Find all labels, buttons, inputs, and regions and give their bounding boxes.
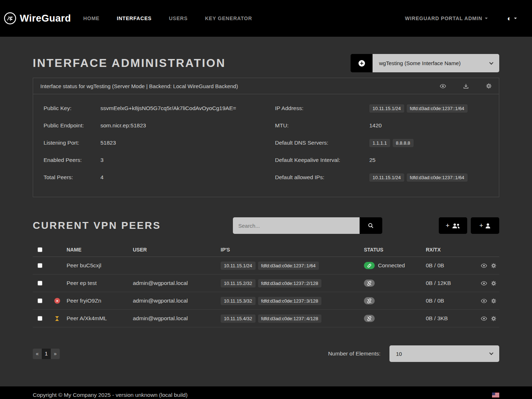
wireguard-logo-icon (4, 12, 17, 25)
nav-item-home[interactable]: HOME (83, 15, 99, 21)
navbar-right: WIREGUARD PORTAL ADMIN ◐ (405, 14, 517, 23)
pagination-next-button[interactable]: » (51, 349, 60, 359)
nav-item-key-generator[interactable]: KEY GENERATOR (205, 15, 252, 21)
connected-link-icon (364, 262, 375, 269)
view-peer-button[interactable] (481, 263, 487, 268)
pagination: « 1 » (33, 349, 60, 359)
peer-ips: 10.11.15.2/32 fdfd:d3ad:c0de:1237::2/128 (221, 279, 364, 287)
nav-item-interfaces[interactable]: INTERFACES (117, 15, 152, 21)
peer-flag-cell: × (50, 298, 67, 304)
search-button[interactable] (360, 217, 382, 234)
nav-item-users[interactable]: USERS (169, 15, 188, 21)
peer-rxtx: 0B / 0B (426, 298, 472, 304)
eye-icon (481, 316, 487, 321)
peer-expiring-hourglass-icon (54, 316, 60, 321)
peer-status: Connected (364, 262, 426, 269)
edit-peer-button[interactable] (491, 298, 496, 304)
peer-name: Peer ep test (67, 280, 133, 286)
ip-badge: 10.11.15.3/32 (221, 297, 256, 305)
theme-toggle-dropdown[interactable]: ◐ (507, 14, 517, 23)
peer-rxtx: 0B / 12KB (426, 280, 472, 286)
gear-icon (491, 298, 496, 304)
peer-actions (472, 263, 499, 268)
interface-select[interactable]: wgTesting (Some Interface Name) (373, 54, 499, 72)
theme-contrast-icon: ◐ (507, 14, 511, 23)
field-value: 1.1.1.1 8.8.8.8 (369, 139, 414, 147)
interface-details-left: Public Key: ssvmEelxG+k8jsNO5G7cq5r/Ak7l… (44, 100, 275, 186)
peer-user: admin@wgportal.local (133, 298, 221, 304)
column-header-user: USER (133, 247, 221, 253)
field-value: 51823 (100, 140, 116, 146)
add-peer-button[interactable]: + (471, 217, 499, 234)
peers-table: NAME USER IP'S STATUS RX/TX Peer buC5cxj… (33, 242, 499, 327)
download-icon (463, 83, 469, 89)
disconnected-unlink-icon (364, 297, 375, 304)
field-value: 10.11.15.1/24 fdfd:d3ad:c0de:1237::1/64 (369, 104, 468, 113)
header-checkbox-cell (33, 247, 50, 252)
row-checkbox[interactable] (37, 263, 42, 268)
field-label: MTU: (275, 122, 369, 129)
interface-select-value: wgTesting (Some Interface Name) (379, 60, 461, 66)
peer-actions (472, 316, 499, 321)
pagination-prev-button[interactable]: « (33, 349, 42, 359)
add-interface-button[interactable] (351, 54, 373, 72)
row-checkbox[interactable] (37, 298, 42, 303)
peer-actions (472, 281, 499, 286)
peer-rxtx: 0B / 0B (426, 262, 472, 269)
field-value: 25 (369, 157, 375, 163)
edit-interface-button[interactable] (486, 83, 492, 89)
field-label: Total Peers: (44, 174, 100, 181)
field-label: Default Keepalive Interval: (275, 157, 369, 163)
page-size-select[interactable]: 10 (389, 345, 499, 362)
plus-circle-icon (358, 60, 365, 67)
user-menu-dropdown[interactable]: WIREGUARD PORTAL ADMIN (405, 15, 488, 21)
peer-ips: 10.11.15.4/32 fdfd:d3ad:c0de:1237::4/128 (221, 314, 364, 323)
table-footer: « 1 » Number of Elements: 10 (33, 345, 499, 362)
ip-badge: 10.11.15.2/32 (221, 279, 256, 287)
gear-icon (491, 281, 496, 286)
edit-peer-button[interactable] (491, 316, 496, 321)
field-label: Listening Port: (44, 140, 100, 146)
dns-badge: 8.8.8.8 (393, 139, 414, 147)
ip-badge: fdfd:d3ad:c0de:1237::1/64 (407, 104, 468, 113)
search-input[interactable] (233, 217, 360, 234)
add-buttons: + + (439, 217, 499, 234)
language-selector[interactable] (492, 393, 499, 398)
pagination-page-1[interactable]: 1 (42, 349, 51, 359)
view-peer-button[interactable] (481, 298, 487, 304)
peer-row: × Peer fryiO9Zn admin@wgportal.local 10.… (33, 292, 499, 310)
interface-card-header: Interface status for wgTesting (Server M… (33, 78, 499, 94)
view-peer-button[interactable] (481, 316, 487, 321)
ip-badge: fdfd:d3ad:c0de:1237::1/64 (407, 173, 468, 182)
field-value: 1420 (369, 122, 382, 129)
download-interface-config-button[interactable] (463, 83, 469, 89)
gear-icon (486, 83, 492, 89)
peer-row: Peer ep test admin@wgportal.local 10.11.… (33, 275, 499, 292)
interface-details-right: IP Address: 10.11.15.1/24 fdfd:d3ad:c0de… (275, 100, 492, 186)
interface-card-actions (440, 83, 492, 89)
eye-icon (440, 84, 446, 89)
disconnected-unlink-icon (364, 280, 375, 287)
field-dns-servers: Default DNS Servers: 1.1.1.1 8.8.8.8 (275, 134, 492, 151)
peers-header: CURRENT VPN PEERS + + (33, 217, 499, 234)
row-checkbox[interactable] (37, 316, 42, 321)
eye-icon (481, 263, 487, 268)
add-multiple-peers-button[interactable]: + (439, 217, 467, 234)
field-value: 10.11.15.1/24 fdfd:d3ad:c0de:1237::1/64 (369, 173, 468, 182)
main-nav: HOME INTERFACES USERS KEY GENERATOR (83, 15, 252, 21)
peer-status (364, 315, 426, 322)
edit-peer-button[interactable] (491, 281, 496, 286)
page-size-label: Number of Elements: (328, 350, 380, 357)
eye-icon (481, 281, 487, 286)
plus-sign: + (479, 222, 483, 230)
view-interface-config-button[interactable] (440, 83, 446, 89)
select-all-checkbox[interactable] (37, 247, 42, 252)
row-checkbox[interactable] (37, 281, 42, 286)
brand-link[interactable]: WireGuard (4, 12, 71, 25)
edit-peer-button[interactable] (491, 263, 496, 268)
brand-name: WireGuard (20, 13, 71, 24)
caret-down-icon (514, 18, 517, 19)
disconnected-unlink-icon (364, 315, 375, 322)
peer-flag-cell (50, 316, 67, 321)
view-peer-button[interactable] (481, 281, 487, 286)
